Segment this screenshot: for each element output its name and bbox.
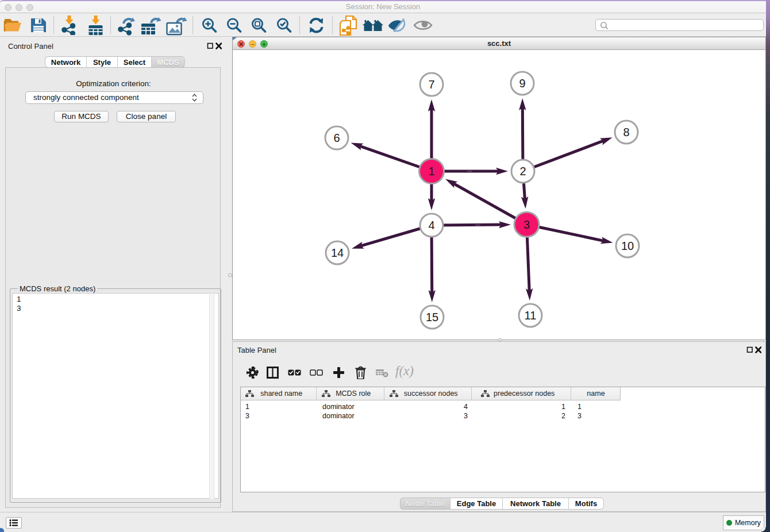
svg-text:6: 6 (333, 132, 340, 144)
svg-text:14: 14 (331, 246, 344, 259)
svg-text:10: 10 (621, 240, 634, 252)
svg-text:15: 15 (426, 311, 438, 323)
svg-text:11: 11 (525, 309, 537, 322)
svg-text:4: 4 (428, 219, 434, 232)
svg-text:1: 1 (428, 165, 434, 178)
svg-text:9: 9 (519, 77, 525, 90)
svg-text:2: 2 (519, 165, 526, 178)
svg-text:3: 3 (523, 218, 530, 231)
svg-text:7: 7 (428, 78, 434, 91)
svg-text:8: 8 (623, 126, 629, 138)
